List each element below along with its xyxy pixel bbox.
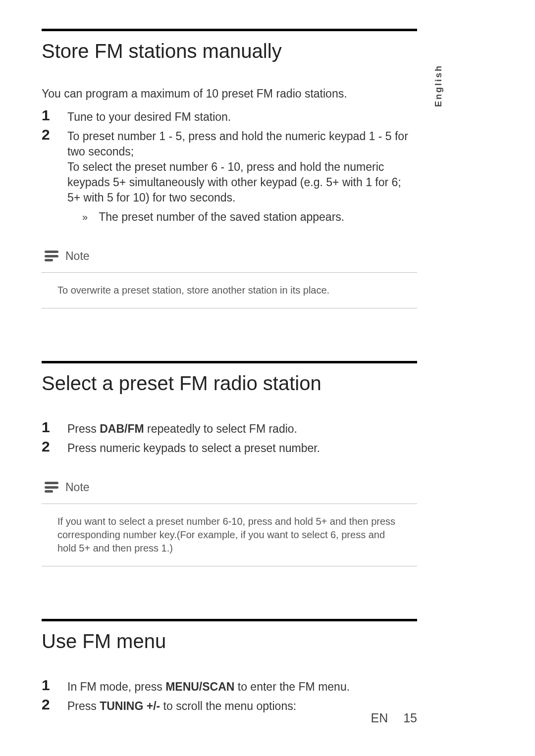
note-text: To overwrite a preset station, store ano… xyxy=(42,272,417,308)
step-item: 2 To preset number 1 - 5, press and hold… xyxy=(42,127,417,225)
step-text: In FM mode, press MENU/SCAN to enter the… xyxy=(67,677,417,695)
heading-store-fm: Store FM stations manually xyxy=(42,40,417,62)
note-title: Note xyxy=(65,250,90,263)
note-box: Note To overwrite a preset station, stor… xyxy=(42,249,417,308)
section-rule xyxy=(42,619,417,621)
step-text: Press numeric keypads to select a preset… xyxy=(67,439,417,456)
step-number: 2 xyxy=(42,697,67,712)
step-bold: DAB/FM xyxy=(100,422,144,435)
heading-use-fm-menu: Use FM menu xyxy=(42,630,417,653)
step-suffix: to enter the FM menu. xyxy=(234,680,350,693)
note-header: Note xyxy=(44,480,417,495)
step-number: 1 xyxy=(42,419,67,435)
step-item: 1 Tune to your desired FM station. xyxy=(42,107,417,125)
section-rule xyxy=(42,29,417,31)
step-text-line: To select the preset number 6 - 10, pres… xyxy=(67,160,401,204)
step-number: 2 xyxy=(42,127,67,143)
result-arrow-icon: » xyxy=(67,209,88,224)
step-number: 1 xyxy=(42,677,67,693)
note-title: Note xyxy=(65,481,90,494)
footer-page-number: 15 xyxy=(403,711,417,725)
result-line: » The preset number of the saved station… xyxy=(67,209,417,225)
result-text: The preset number of the saved station a… xyxy=(99,209,344,225)
step-item: 2 Press numeric keypads to select a pres… xyxy=(42,439,417,456)
note-icon xyxy=(44,480,59,495)
step-number: 1 xyxy=(42,107,67,123)
steps-list: 1 In FM mode, press MENU/SCAN to enter t… xyxy=(42,677,417,714)
step-text: Tune to your desired FM station. xyxy=(67,107,417,125)
step-prefix: Press xyxy=(67,422,100,435)
heading-select-preset: Select a preset FM radio station xyxy=(42,372,417,395)
step-number: 2 xyxy=(42,439,67,454)
intro-text: You can program a maximum of 10 preset F… xyxy=(42,87,417,101)
step-text-line: To preset number 1 - 5, press and hold t… xyxy=(67,130,408,158)
step-text: Press DAB/FM repeatedly to select FM rad… xyxy=(67,419,417,437)
step-bold: MENU/SCAN xyxy=(165,680,234,693)
note-icon xyxy=(44,249,59,263)
step-text: To preset number 1 - 5, press and hold t… xyxy=(67,127,417,225)
steps-list: 1 Tune to your desired FM station. 2 To … xyxy=(42,107,417,225)
step-suffix: repeatedly to select FM radio. xyxy=(144,422,297,435)
footer-lang: EN xyxy=(371,711,388,725)
note-box: Note If you want to select a preset numb… xyxy=(42,480,417,566)
step-item: 1 In FM mode, press MENU/SCAN to enter t… xyxy=(42,677,417,695)
page-footer: EN 15 xyxy=(42,711,417,725)
step-prefix: In FM mode, press xyxy=(67,680,165,693)
section-rule xyxy=(42,361,417,363)
page-content: Store FM stations manually You can progr… xyxy=(42,29,417,716)
note-text: If you want to select a preset number 6-… xyxy=(42,504,417,566)
step-item: 1 Press DAB/FM repeatedly to select FM r… xyxy=(42,419,417,437)
steps-list: 1 Press DAB/FM repeatedly to select FM r… xyxy=(42,419,417,456)
language-tab: English xyxy=(433,64,444,107)
note-header: Note xyxy=(44,249,417,263)
